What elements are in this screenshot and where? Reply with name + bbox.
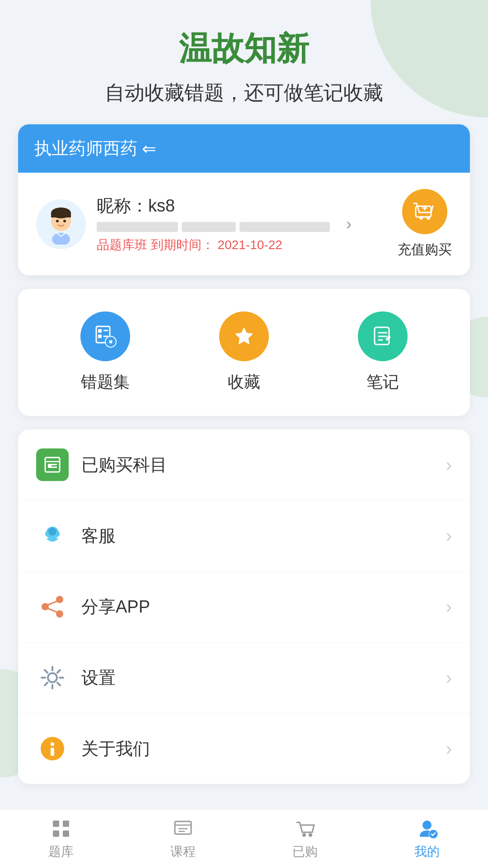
customer-service-chevron: › bbox=[446, 526, 452, 546]
menu-item-about-us[interactable]: 关于我们 › bbox=[18, 713, 470, 784]
back-arrow-icon: ⇐ bbox=[142, 139, 156, 159]
svg-point-28 bbox=[48, 528, 56, 536]
svg-rect-47 bbox=[51, 748, 54, 756]
courses-icon bbox=[172, 818, 194, 840]
svg-point-4 bbox=[63, 220, 66, 222]
svg-rect-10 bbox=[98, 329, 102, 333]
svg-marker-17 bbox=[235, 327, 253, 344]
subject-label: 执业药师西药 bbox=[34, 137, 137, 160]
notes-action[interactable]: 笔记 bbox=[358, 311, 408, 393]
profile-card: 执业药师西药 ⇐ bbox=[18, 124, 470, 275]
nav-label-question-bank: 题库 bbox=[48, 843, 74, 860]
settings-icon-bg bbox=[36, 661, 69, 694]
customer-service-label: 客服 bbox=[81, 524, 116, 547]
info-bar-3 bbox=[239, 222, 330, 232]
nav-item-purchased[interactable]: 已购 bbox=[292, 818, 318, 860]
svg-rect-52 bbox=[175, 821, 191, 834]
menu-item-left: 客服 bbox=[36, 519, 116, 552]
error-collection-label: 错题集 bbox=[81, 371, 130, 393]
mine-icon bbox=[416, 818, 438, 840]
share-app-label: 分享APP bbox=[81, 595, 150, 618]
user-details: 昵称：ks8 品题库班 到期时间： 2021-10-22 bbox=[97, 194, 330, 254]
svg-line-41 bbox=[45, 670, 47, 673]
avatar-image bbox=[41, 204, 81, 245]
svg-rect-25 bbox=[48, 464, 57, 465]
svg-line-42 bbox=[57, 683, 60, 685]
expiry-date: 2021-10-22 bbox=[218, 238, 282, 252]
menu-item-left: 设置 bbox=[36, 661, 116, 694]
svg-point-32 bbox=[42, 603, 49, 610]
recharge-circle bbox=[402, 189, 447, 234]
svg-rect-49 bbox=[53, 830, 59, 837]
card-blue-header: 执业药师西药 ⇐ bbox=[18, 124, 470, 173]
svg-rect-50 bbox=[63, 821, 69, 827]
cart-icon bbox=[412, 199, 437, 224]
svg-line-35 bbox=[48, 609, 57, 612]
favorites-icon-bg bbox=[219, 311, 269, 361]
nickname-value: ks8 bbox=[148, 196, 175, 215]
nickname-label: 昵称： bbox=[97, 196, 148, 215]
menu-card: 已购买科目 › 客服 › bbox=[18, 429, 470, 784]
recharge-button[interactable]: 充值购买 bbox=[398, 189, 452, 259]
svg-line-34 bbox=[48, 601, 57, 605]
nav-item-courses[interactable]: 课程 bbox=[170, 818, 196, 860]
user-info-row bbox=[97, 222, 330, 232]
settings-chevron: › bbox=[446, 668, 452, 688]
purchased-subjects-chevron: › bbox=[446, 455, 452, 475]
error-collection-action[interactable]: 错题集 bbox=[80, 311, 130, 393]
user-left: 昵称：ks8 品题库班 到期时间： 2021-10-22 › bbox=[36, 194, 352, 254]
page-subtitle: 自动收藏错题，还可做笔记收藏 bbox=[18, 80, 470, 106]
info-bar-1 bbox=[97, 222, 178, 232]
svg-point-58 bbox=[422, 821, 432, 830]
package-label: 品题库班 bbox=[97, 238, 147, 252]
svg-rect-51 bbox=[63, 830, 69, 837]
svg-point-57 bbox=[309, 833, 312, 837]
favorites-label: 收藏 bbox=[228, 371, 260, 393]
nav-item-mine[interactable]: 我的 bbox=[414, 818, 440, 860]
notes-icon-bg bbox=[358, 311, 408, 361]
svg-point-5 bbox=[52, 233, 70, 245]
purchased-subjects-icon bbox=[42, 455, 62, 475]
svg-point-33 bbox=[56, 610, 63, 618]
menu-item-left: 关于我们 bbox=[36, 732, 150, 765]
menu-item-left: 分享APP bbox=[36, 590, 150, 623]
menu-item-purchased-subjects[interactable]: 已购买科目 › bbox=[18, 429, 470, 500]
purchased-icon bbox=[294, 818, 316, 840]
nav-label-mine: 我的 bbox=[414, 843, 440, 860]
about-icon-bg bbox=[36, 732, 69, 765]
nav-item-question-bank[interactable]: 题库 bbox=[48, 818, 74, 860]
question-bank-icon bbox=[50, 818, 72, 840]
svg-line-44 bbox=[45, 683, 47, 685]
svg-point-46 bbox=[51, 742, 54, 746]
notes-label: 笔记 bbox=[366, 371, 399, 393]
purchased-subjects-label: 已购买科目 bbox=[81, 453, 167, 476]
about-us-chevron: › bbox=[446, 739, 452, 759]
menu-item-customer-service[interactable]: 客服 › bbox=[18, 500, 470, 571]
user-info-section[interactable]: 昵称：ks8 品题库班 到期时间： 2021-10-22 › bbox=[18, 173, 470, 275]
menu-item-settings[interactable]: 设置 › bbox=[18, 642, 470, 713]
expiry-label: 到期时间： bbox=[151, 238, 214, 252]
user-nickname: 昵称：ks8 bbox=[97, 194, 330, 217]
svg-rect-48 bbox=[53, 821, 59, 827]
menu-item-share-app[interactable]: 分享APP › bbox=[18, 571, 470, 642]
settings-label: 设置 bbox=[81, 666, 116, 689]
header-section: 温故知新 自动收藏错题，还可做笔记收藏 bbox=[0, 0, 488, 124]
svg-point-31 bbox=[56, 596, 63, 603]
notes-icon bbox=[369, 323, 396, 350]
svg-point-56 bbox=[302, 833, 306, 837]
expiry-tag: 品题库班 到期时间： 2021-10-22 bbox=[97, 236, 330, 254]
svg-line-43 bbox=[57, 670, 60, 673]
svg-point-30 bbox=[56, 531, 60, 537]
svg-point-36 bbox=[48, 673, 57, 682]
customer-service-icon-bg bbox=[36, 519, 69, 552]
bottom-nav: 题库 课程 已购 我的 bbox=[0, 809, 488, 868]
info-bar-2 bbox=[182, 222, 236, 232]
favorites-action[interactable]: 收藏 bbox=[219, 311, 269, 393]
recharge-label: 充值购买 bbox=[398, 241, 452, 259]
error-collection-icon bbox=[92, 323, 119, 350]
svg-rect-26 bbox=[48, 467, 57, 468]
favorites-icon bbox=[230, 323, 258, 350]
svg-point-8 bbox=[427, 216, 430, 220]
avatar bbox=[36, 199, 86, 249]
svg-point-29 bbox=[45, 531, 49, 537]
